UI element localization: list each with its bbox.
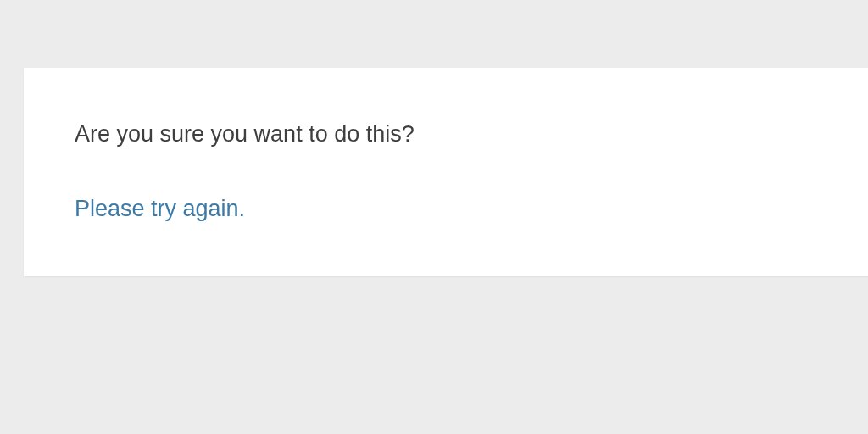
retry-link[interactable]: Please try again. (75, 193, 245, 225)
confirmation-panel: Are you sure you want to do this? Please… (24, 68, 868, 276)
confirmation-message: Are you sure you want to do this? (75, 119, 817, 151)
